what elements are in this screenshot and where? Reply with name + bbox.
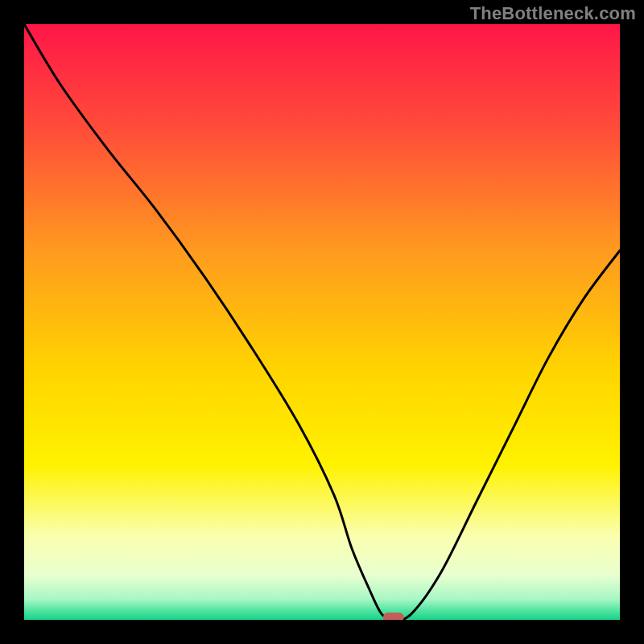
attribution-label: TheBottleneck.com — [470, 3, 636, 24]
chart-background — [24, 24, 620, 620]
bottleneck-chart — [24, 24, 620, 620]
chart-frame: TheBottleneck.com — [0, 0, 644, 644]
optimal-marker — [383, 613, 404, 620]
